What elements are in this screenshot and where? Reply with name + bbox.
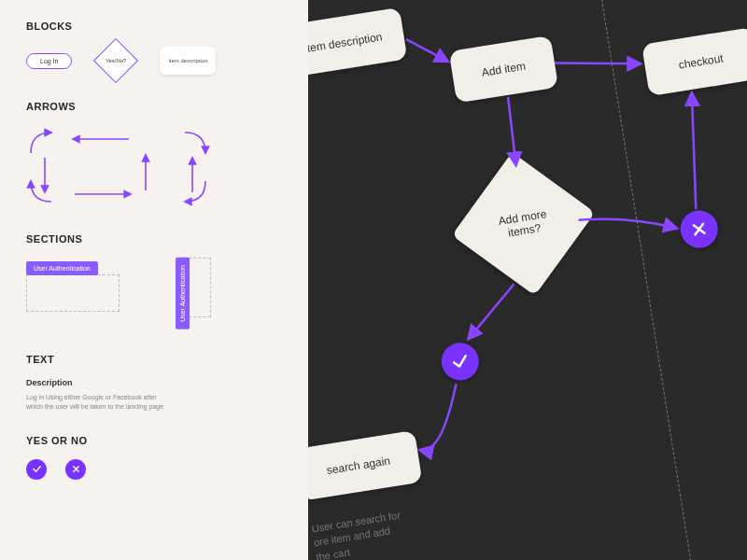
yes-badge[interactable] (439, 340, 482, 383)
section-tag: User Authentication (26, 261, 98, 275)
flowchart-canvas[interactable]: r item item description Add item checkou… (308, 0, 747, 560)
arrows-heading: ARROWS (26, 101, 282, 112)
arrows-samples (26, 125, 213, 209)
ghost-text-b: User can search for ore item and add the… (311, 509, 406, 560)
blocks-heading: BLOCKS (26, 21, 282, 32)
terminator-block[interactable]: Log In (26, 53, 72, 69)
text-heading: TEXT (26, 354, 282, 365)
node-decision[interactable]: Add more items? (465, 165, 583, 283)
section-horizontal[interactable]: User Authentication (26, 258, 120, 312)
node-checkout[interactable]: checkout (641, 27, 747, 96)
sections-row: User Authentication User Authentication (26, 258, 282, 329)
node-search-again[interactable]: search again (308, 430, 422, 501)
section-tag-vertical: User Authentication (176, 258, 190, 329)
cross-icon (688, 218, 710, 240)
text-sample-body: Log in Using either Google or Facebook a… (26, 393, 166, 413)
yesno-row (26, 459, 282, 480)
check-icon (32, 464, 42, 474)
cross-icon (71, 464, 81, 474)
section-vertical[interactable]: User Authentication (176, 258, 211, 329)
yesno-heading: YES OR NO (26, 435, 282, 446)
text-sample-heading: Description (26, 378, 282, 387)
decision-block[interactable]: Yes/No? (93, 38, 138, 83)
section-body-vertical (189, 258, 211, 317)
no-chip[interactable] (65, 459, 86, 480)
text-sample[interactable]: Description Log in Using either Google o… (26, 378, 282, 413)
check-icon (449, 351, 471, 372)
no-badge[interactable] (678, 208, 721, 251)
section-body (26, 274, 120, 312)
flowchart-stage: r item item description Add item checkou… (308, 0, 747, 560)
node-item-description[interactable]: item description (308, 7, 407, 78)
node-add-item[interactable]: Add item (449, 35, 558, 104)
decision-label: Add more items? (465, 165, 583, 283)
blocks-row: Log In Yes/No? item description (26, 45, 282, 77)
palette-sidebar: BLOCKS Log In Yes/No? item description A… (0, 0, 308, 560)
process-block[interactable]: item description (160, 47, 216, 75)
sections-heading: SECTIONS (26, 233, 282, 245)
yes-chip[interactable] (26, 459, 47, 480)
decision-block-label: Yes/No? (106, 58, 126, 63)
